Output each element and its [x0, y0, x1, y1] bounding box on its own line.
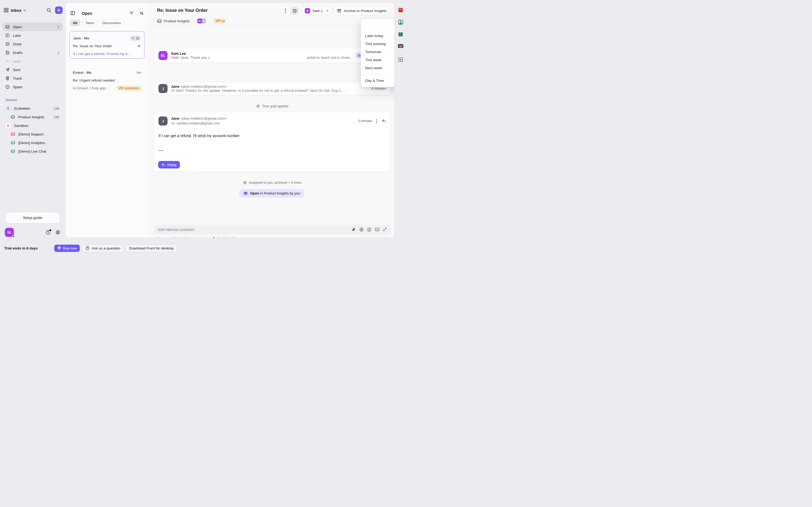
- setup-guide-button[interactable]: Setup guide: [5, 212, 60, 223]
- sidebar-item-slmobbin[interactable]: S SLMobbin 196: [3, 104, 62, 113]
- emoji-icon[interactable]: [367, 227, 371, 232]
- snooze-option-this-week[interactable]: This weekTue, Aug 5, 2025, 9:00 AM: [361, 56, 395, 64]
- sidebar-item-demo-live-chat[interactable]: [Demo] Live Chat: [3, 147, 62, 156]
- sidebar-item-less[interactable]: Less: [3, 57, 62, 65]
- buy-now-button[interactable]: Buy now: [54, 245, 80, 252]
- sidebar-item-trash[interactable]: Trash: [3, 74, 62, 82]
- vip-customers-tag[interactable]: VIP customers: [213, 18, 225, 24]
- send-icon: [5, 68, 10, 72]
- gif-icon[interactable]: GIF: [375, 227, 379, 231]
- internal-comment-input[interactable]: Add internal comment GIF: [154, 225, 391, 234]
- assignee-dropdown[interactable]: S Sam L.: [302, 7, 332, 15]
- count-badge: 2: [57, 51, 59, 55]
- online-status-dot: [12, 235, 15, 238]
- avatar: J: [158, 84, 167, 93]
- message-age: 6 minutes: [372, 87, 386, 91]
- sidebar-header: Inbox: [4, 6, 62, 14]
- activity-summary[interactable]: Assigned to you, archived + 4 more: [154, 181, 391, 184]
- sort-icon[interactable]: [140, 11, 144, 15]
- count-badge: 196: [53, 115, 59, 119]
- show-quoted-text[interactable]: •••: [158, 148, 163, 153]
- recipient-line: To: samlee.mobbin@gmail.com: [171, 121, 358, 125]
- conversation-pane: Re: Issue on Your Order Product Insights…: [149, 3, 395, 238]
- help-icon[interactable]: [46, 230, 51, 235]
- sender-name: Sam Lee: [171, 52, 353, 56]
- download-desktop-button[interactable]: Download Front for desktop: [126, 245, 177, 252]
- search-icon[interactable]: [46, 8, 51, 13]
- message-body: If I can get a refund, I'll send my acco…: [158, 133, 240, 138]
- list-header: Open: [70, 9, 144, 17]
- compose-button[interactable]: [55, 6, 62, 14]
- open-status-pill[interactable]: Open in Product Insights by you: [239, 189, 304, 198]
- sender-email: <jdoe.mobbin2@gmail.com>: [181, 116, 226, 120]
- assignee-avatar-sl[interactable]: SL: [197, 18, 202, 23]
- ask-question-button[interactable]: Ask us a question: [82, 245, 123, 252]
- keyboard-shortcuts-icon[interactable]: [398, 44, 404, 48]
- tab-all[interactable]: All: [70, 19, 80, 26]
- gem-icon: [57, 246, 61, 250]
- message-collapsed-jane[interactable]: J Jane <jdoe.mobbin2@gmail.com> Hi Sam! …: [154, 82, 391, 95]
- snooze-option-this-evening[interactable]: This eveningToday, 6:00 PM: [361, 40, 395, 48]
- sidebar-item-spam[interactable]: Spam: [3, 82, 62, 91]
- sidebar-item-product-insights[interactable]: Product Insights 196: [3, 113, 62, 121]
- snooze-button[interactable]: [291, 7, 299, 15]
- more-options-icon[interactable]: [285, 8, 286, 13]
- snooze-option-day-time[interactable]: Day & Time: [361, 76, 395, 84]
- message-more-icon[interactable]: [376, 119, 377, 123]
- gear-icon[interactable]: [55, 230, 60, 235]
- sidebar-item-done[interactable]: Done: [3, 40, 62, 48]
- sidebar-item-open[interactable]: Open 2: [3, 22, 62, 31]
- sidebar-item-sandbox[interactable]: S Sandbox: [3, 121, 62, 130]
- tab-tasks[interactable]: Tasks: [83, 19, 97, 26]
- sidebar-item-demo-support[interactable]: [Demo] Support: [3, 130, 62, 138]
- list-filter-tabs: All Tasks Discussions: [70, 19, 124, 26]
- mention-icon[interactable]: [359, 227, 364, 232]
- inbox-icon: [11, 149, 15, 154]
- message-collapsed-sam[interactable]: SL Sam Lee Hello Jane, Thank you s anted…: [154, 48, 391, 63]
- inbox-switcher-label[interactable]: Inbox: [11, 8, 21, 13]
- apps-grid-icon[interactable]: [398, 57, 403, 62]
- snooze-option-tomorrow[interactable]: TomorrowMon, Aug 4, 2025, 9:00 AM: [361, 48, 395, 56]
- attach-icon[interactable]: [352, 227, 356, 232]
- conversation-item[interactable]: Ernest › Me 4m Re: Urgent refund needed …: [69, 66, 145, 93]
- reply-button[interactable]: Reply: [158, 161, 180, 168]
- divider: [193, 18, 194, 23]
- workspace-badge: S: [5, 123, 11, 128]
- draft-icon: [5, 50, 10, 55]
- sidebar-item-demo-analytics[interactable]: [Demo] Analytics: [3, 138, 62, 147]
- chevron-down-icon[interactable]: [23, 9, 26, 12]
- sidebar-item-later[interactable]: Later: [3, 31, 62, 40]
- reply-icon[interactable]: [382, 119, 386, 123]
- avatar[interactable]: SL: [5, 228, 14, 237]
- snooze-option-later-today[interactable]: Later todayToday, 1:00 PM: [361, 32, 395, 40]
- snooze-menu: Snooze Later todayToday, 1:00 PM This ev…: [361, 18, 395, 87]
- inbox-name[interactable]: Product Insights: [164, 19, 190, 23]
- time-goal-note: Time goal applied: [154, 104, 391, 108]
- message-preview-end: anted to reach out to share...: [307, 56, 353, 60]
- tab-discussions[interactable]: Discussions: [99, 19, 124, 26]
- sidebar: Inbox Open 2 Later: [0, 0, 65, 243]
- filter-icon[interactable]: [130, 11, 134, 15]
- collapse-sidebar-icon[interactable]: [70, 11, 75, 15]
- inbox-icon: [243, 191, 248, 195]
- conversation-actions: S Sam L. Archive in Product Insights: [285, 7, 390, 15]
- conversation-item-selected[interactable]: Jane › Me 3d Re: Issue on Your Order If …: [69, 31, 145, 59]
- contacts-app-icon[interactable]: [398, 19, 403, 25]
- archive-button[interactable]: Archive in Product Insights: [334, 7, 390, 15]
- sidebar-nav: Open 2 Later Done Drafts 2 Less: [3, 22, 62, 91]
- sidebar-item-drafts[interactable]: Drafts 2: [3, 48, 62, 57]
- chevron-down-icon: [326, 9, 329, 12]
- calendar-app-icon[interactable]: [398, 7, 403, 13]
- count-badge: 2: [57, 25, 59, 29]
- knowledge-base-icon[interactable]: [398, 32, 403, 37]
- expand-icon[interactable]: [383, 227, 387, 231]
- sidebar-item-sent[interactable]: Sent: [3, 65, 62, 74]
- snooze-option-next-week[interactable]: Next weekMon, Aug 11, 2025, 9:00 AM: [361, 64, 395, 72]
- count-badge: 196: [53, 107, 59, 111]
- workspace-grid-icon[interactable]: [4, 8, 9, 13]
- divider: [397, 54, 404, 55]
- sender-email: <jdoe.mobbin2@gmail.com>: [181, 84, 226, 89]
- comment-visibility-note: Comment will be visible to teammates in …: [157, 237, 237, 238]
- conversation-title: Re: Issue on Your Order: [157, 8, 208, 13]
- conversation-subject: Re: Issue on Your Order: [73, 44, 137, 48]
